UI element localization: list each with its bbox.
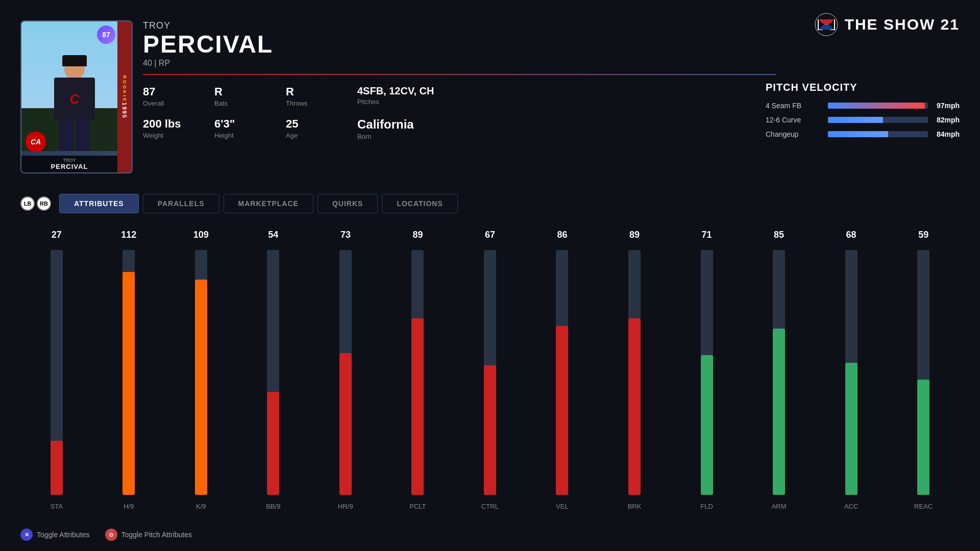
attr-bar-fill-brk [628,318,641,495]
tab-parallels[interactable]: PARALLELS [143,194,219,213]
attr-bar-wrapper-fld [701,250,713,495]
attr-value-pclt: 89 [412,230,423,240]
attr-col-h/9: 112H/9 [93,230,165,510]
attr-bar-fill-arm [773,329,785,495]
attr-bar-wrapper-sta [51,250,63,495]
tab-quirks[interactable]: QUIRKS [317,194,378,213]
attr-bar-fill-reac [917,380,929,495]
attr-value-ctrl: 67 [485,230,495,240]
attr-label-bb/9: BB/9 [266,503,280,510]
hint-toggle-pitch: ⊙ Toggle Pitch Attributes [105,529,192,541]
pv-speed-0: 97mph [934,102,960,110]
stat-age: 25 Age [286,117,357,140]
attr-bar-fill-sta [51,441,63,495]
attr-label-pclt: PCLT [409,503,426,510]
attr-label-fld: FLD [700,503,713,510]
pitch-velocity-title: PITCH VELOCITY [766,82,960,93]
lb-badge[interactable]: LB [20,196,35,211]
pitch-velocity-rows: 4 Seam FB97mph12-6 Curve82mphChangeup84m… [766,102,960,138]
attr-bar-wrapper-ctrl [484,250,496,495]
attr-bar-wrapper-hr/9 [339,250,352,495]
stat-bats: R Bats [214,85,286,107]
card-rating-badge: 87 [97,26,115,44]
pv-bar-fill-0 [828,103,925,109]
attr-bar-wrapper-arm [773,250,785,495]
attr-bar-wrapper-reac [917,250,929,495]
logo-area: THE SHOW 21 [814,12,960,37]
divider [143,74,776,75]
game-title: THE SHOW 21 [845,16,960,33]
attr-value-arm: 85 [774,230,784,240]
pv-bar-container-1 [828,117,928,123]
mlb-logo-icon [814,12,839,37]
pv-name-1: 12-6 Curve [766,116,822,124]
pv-bar-fill-1 [828,117,883,123]
attr-col-k/9: 109K/9 [165,230,237,510]
attr-label-sta: STA [51,503,63,510]
pv-bar-container-2 [828,131,928,137]
attr-label-ctrl: CTRL [481,503,499,510]
attr-bar-wrapper-brk [628,250,641,495]
attr-label-arm: ARM [772,503,787,510]
attr-bar-fill-ctrl [484,365,496,495]
attr-value-fld: 71 [702,230,712,240]
attr-col-ctrl: 67CTRL [454,230,526,510]
attr-bar-wrapper-vel [556,250,568,495]
attr-value-k/9: 109 [193,230,209,240]
attr-col-acc: 68ACC [815,230,888,510]
attr-bar-fill-pclt [411,318,424,495]
attr-value-reac: 59 [918,230,928,240]
attr-bar-wrapper-pclt [411,250,424,495]
stats-grid: 87 Overall R Bats R Throws 4SFB, 12CV, C… [143,85,776,140]
stat-overall: 87 Overall [143,85,214,107]
hint-toggle-attrs-label: Toggle Attributes [37,531,90,539]
stat-height: 6'3" Height [214,117,286,140]
pitch-velocity-section: PITCH VELOCITY 4 Seam FB97mph12-6 Curve8… [766,82,960,144]
attr-bar-fill-h/9 [122,272,135,495]
team-logo-card: CA [26,132,46,152]
pv-row-2: Changeup84mph [766,130,960,138]
attr-bar-fill-bb/9 [267,392,279,495]
attr-value-h/9: 112 [121,230,136,240]
pv-bar-container-0 [828,103,928,109]
attr-bar-wrapper-acc [845,250,857,495]
attr-col-bb/9: 54BB/9 [237,230,310,510]
attr-value-acc: 68 [846,230,856,240]
stat-weight: 200 lbs Weight [143,117,214,140]
attr-label-acc: ACC [844,503,858,510]
attr-bar-wrapper-bb/9 [267,250,279,495]
tab-container: ATTRIBUTESPARALLELSMARKETPLACEQUIRKSLOCA… [59,194,458,213]
attr-label-k/9: K/9 [196,503,206,510]
pv-name-2: Changeup [766,130,822,138]
pv-row-1: 12-6 Curve82mph [766,116,960,124]
stat-pitches: 4SFB, 12CV, CH Pitches [357,85,776,107]
lb-rb-badges: LB RB [20,196,51,211]
tab-locations[interactable]: LOCATIONS [382,194,457,213]
pv-name-0: 4 Seam FB [766,102,822,110]
rb-badge[interactable]: RB [37,196,51,211]
pv-speed-2: 84mph [934,130,960,138]
attr-col-reac: 59REAC [887,230,960,510]
pv-bar-fill-2 [828,131,888,137]
player-card-area: C 87 1995 ROOKIE TROY PERCIVAL CA [20,20,133,173]
card-name-bottom: TROY PERCIVAL [21,156,117,172]
tab-attributes[interactable]: ATTRIBUTES [59,194,139,213]
attr-label-hr/9: HR/9 [338,503,353,510]
attr-label-vel: VEL [556,503,569,510]
card-year-banner: 1995 ROOKIE [117,21,132,172]
hint-toggle-pitch-label: Toggle Pitch Attributes [121,531,192,539]
attr-bar-fill-hr/9 [339,353,352,495]
attr-value-sta: 27 [52,230,62,240]
stat-throws: R Throws [286,85,357,107]
nav-tabs: LB RB ATTRIBUTESPARALLELSMARKETPLACEQUIR… [20,194,458,213]
bottom-hints: ✕ Toggle Attributes ⊙ Toggle Pitch Attri… [20,529,192,541]
attr-col-sta: 27STA [20,230,93,510]
pv-row-0: 4 Seam FB97mph [766,102,960,110]
tab-marketplace[interactable]: MARKETPLACE [224,194,313,213]
attr-bar-fill-fld [701,355,713,495]
s-button-icon: ⊙ [105,529,117,541]
attr-value-bb/9: 54 [268,230,278,240]
attr-value-hr/9: 73 [340,230,351,240]
attr-col-pclt: 89PCLT [382,230,454,510]
player-first-name: TROY [143,20,776,31]
